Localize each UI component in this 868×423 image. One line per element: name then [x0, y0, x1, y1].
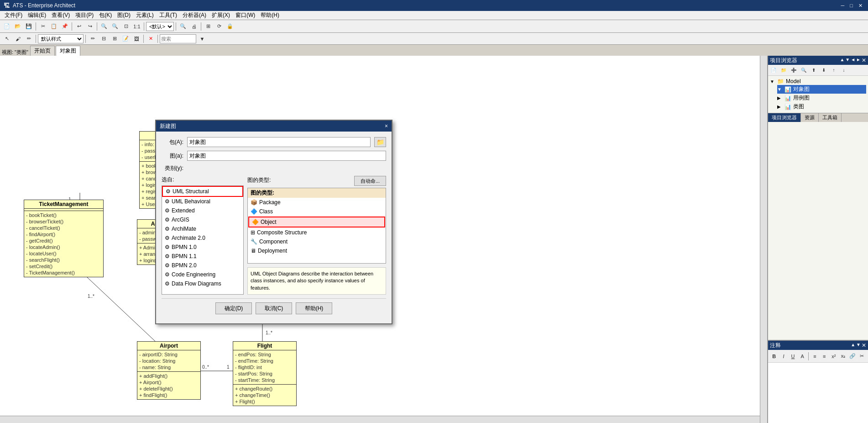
- layout-btn[interactable]: ⊞: [203, 21, 213, 32]
- pb-import-btn[interactable]: ⬆: [809, 66, 818, 74]
- select-btn[interactable]: ↖: [2, 34, 12, 44]
- list-item-bpmn10[interactable]: ⚙ BPMN 1.0: [162, 243, 243, 252]
- right-type-list[interactable]: 图的类型: 📦 Package 🔷 Class: [247, 188, 386, 264]
- objdiag-expand-icon[interactable]: ▼: [777, 87, 783, 92]
- classdiag-expand-icon[interactable]: ▶: [777, 104, 783, 109]
- link-btn[interactable]: 🔗: [848, 351, 857, 361]
- menu-analyzer[interactable]: 分析器(A): [180, 11, 209, 19]
- cut-btn[interactable]: ✂: [38, 21, 48, 32]
- group-btn[interactable]: ⊞: [110, 34, 120, 44]
- pb-close-icon[interactable]: ✕: [862, 57, 866, 63]
- menu-tools[interactable]: 工具(T): [157, 11, 180, 19]
- notes-collapse-icon[interactable]: ▼: [856, 342, 861, 349]
- tab-object[interactable]: 对象图: [56, 46, 80, 56]
- list-item-uml-structural[interactable]: ⚙ UML Structural: [162, 186, 243, 197]
- tab-project-browser[interactable]: 项目浏览器: [768, 113, 801, 122]
- zoom-fit-btn[interactable]: ⊡: [121, 21, 131, 32]
- menu-view[interactable]: 查看(V): [49, 11, 73, 19]
- superscript-btn[interactable]: x²: [829, 351, 838, 361]
- clear-btn[interactable]: ✂: [858, 351, 866, 361]
- ok-button[interactable]: 确定(D): [215, 302, 252, 314]
- print-btn[interactable]: 🖨: [189, 21, 199, 32]
- undo-btn[interactable]: ↩: [74, 21, 84, 32]
- tab-resources[interactable]: 资源: [801, 113, 819, 122]
- menu-element[interactable]: 元素(L): [133, 11, 157, 19]
- left-category-list[interactable]: ⚙ UML Structural ⚙ UML Behavioral ⚙ Exte…: [162, 185, 244, 295]
- paste-btn[interactable]: 📌: [60, 21, 70, 32]
- help-button[interactable]: 帮助(H): [296, 302, 332, 314]
- tree-usecase-diagram[interactable]: ▶ 📊 用例图: [777, 94, 866, 102]
- style-dropdown[interactable]: 默认样式: [38, 34, 84, 43]
- pb-expand-icon[interactable]: ▲: [840, 57, 844, 63]
- list-item-uml-behavioral[interactable]: ⚙ UML Behavioral: [162, 197, 243, 206]
- find-btn[interactable]: 🔍: [178, 21, 188, 32]
- zoom-in-btn[interactable]: 🔍: [110, 21, 120, 32]
- draw-btn[interactable]: ✏: [88, 34, 98, 44]
- list-item-code[interactable]: ⚙ Code Engineering: [162, 270, 243, 279]
- search-input[interactable]: [160, 34, 196, 43]
- sync-btn[interactable]: ⟳: [214, 21, 224, 32]
- new-btn[interactable]: 📄: [2, 21, 12, 32]
- copy-btn[interactable]: 📋: [49, 21, 59, 32]
- type-object[interactable]: 🔶 Object: [248, 217, 385, 227]
- profile-dropdown[interactable]: <默认>: [146, 22, 174, 31]
- tree-class-diagram[interactable]: ▶ 📊 类图: [777, 102, 866, 111]
- format-btn[interactable]: ✏: [24, 34, 34, 44]
- close-btn[interactable]: ✕: [857, 3, 864, 9]
- pb-add-btn[interactable]: ➕: [789, 66, 798, 74]
- list-item-archimate[interactable]: ⚙ ArchiMate: [162, 224, 243, 233]
- package-input[interactable]: [187, 137, 371, 147]
- pb-nav-left-icon[interactable]: ◄: [851, 57, 855, 63]
- type-composite[interactable]: ⊞ Composite Structure: [248, 228, 386, 237]
- type-deployment[interactable]: 🖥 Deployment: [248, 246, 386, 255]
- image-btn[interactable]: 🖼: [131, 34, 141, 44]
- brush-btn[interactable]: 🖌: [13, 34, 23, 44]
- pb-export-btn[interactable]: ⬇: [819, 66, 828, 74]
- type-class[interactable]: 🔷 Class: [248, 207, 386, 216]
- notes-expand-icon[interactable]: ▲: [851, 342, 855, 349]
- tree-model[interactable]: ▼ 📁 Model: [770, 78, 866, 85]
- list-item-bpmn11[interactable]: ⚙ BPMN 1.1: [162, 252, 243, 261]
- menu-diagram[interactable]: 图(D): [115, 11, 133, 19]
- menu-help[interactable]: 帮助(H): [258, 11, 282, 19]
- maximize-btn[interactable]: □: [848, 3, 855, 9]
- open-btn[interactable]: 📂: [13, 21, 23, 32]
- list-item-archimate2[interactable]: ⚙ Archimate 2.0: [162, 233, 243, 243]
- zoom-100-btn[interactable]: 1:1: [132, 21, 142, 32]
- dialog-close-btn[interactable]: ×: [385, 123, 388, 129]
- pb-folder-btn[interactable]: 📁: [779, 66, 788, 74]
- pb-up-btn[interactable]: ↑: [829, 66, 838, 74]
- ucdiag-expand-icon[interactable]: ▶: [777, 95, 783, 100]
- notes-content-area[interactable]: [768, 363, 868, 423]
- bold-btn[interactable]: B: [770, 351, 779, 361]
- pb-search-btn[interactable]: 🔍: [799, 66, 808, 74]
- menu-extend[interactable]: 扩展(X): [209, 11, 233, 19]
- align-btn[interactable]: ⊟: [99, 34, 109, 44]
- font-color-btn[interactable]: A: [798, 351, 807, 361]
- pb-new-btn[interactable]: 📄: [769, 66, 778, 74]
- filter-btn[interactable]: ▼: [197, 34, 207, 44]
- menu-project[interactable]: 项目(P): [73, 11, 96, 19]
- type-package[interactable]: 📦 Package: [248, 198, 386, 207]
- subscript-btn[interactable]: x₂: [839, 351, 847, 361]
- redo-btn[interactable]: ↪: [85, 21, 95, 32]
- package-browse-btn[interactable]: 📁: [374, 137, 386, 147]
- minimize-btn[interactable]: ─: [839, 3, 847, 9]
- pb-down-btn[interactable]: ↓: [839, 66, 848, 74]
- menu-edit[interactable]: 编辑(E): [25, 11, 49, 19]
- menu-file[interactable]: 文件(F): [2, 11, 25, 19]
- auto-name-btn[interactable]: 自动命...: [354, 176, 386, 186]
- underline-btn[interactable]: U: [789, 351, 797, 361]
- notes-close-icon[interactable]: ✕: [862, 342, 866, 349]
- lock-btn[interactable]: 🔒: [225, 21, 235, 32]
- tab-toolbox[interactable]: 工具箱: [819, 113, 842, 122]
- pb-nav-right-icon[interactable]: ►: [856, 57, 861, 63]
- list-item-extended[interactable]: ⚙ Extended: [162, 206, 243, 215]
- add-note-btn[interactable]: 📝: [120, 34, 131, 44]
- list1-btn[interactable]: ≡: [810, 351, 819, 361]
- pb-collapse-icon[interactable]: ▼: [845, 57, 850, 63]
- save-btn[interactable]: 💾: [24, 21, 34, 32]
- type-component[interactable]: 🔧 Component: [248, 237, 386, 246]
- tab-start[interactable]: 开始页: [30, 46, 55, 56]
- diagram-name-input[interactable]: [187, 151, 386, 161]
